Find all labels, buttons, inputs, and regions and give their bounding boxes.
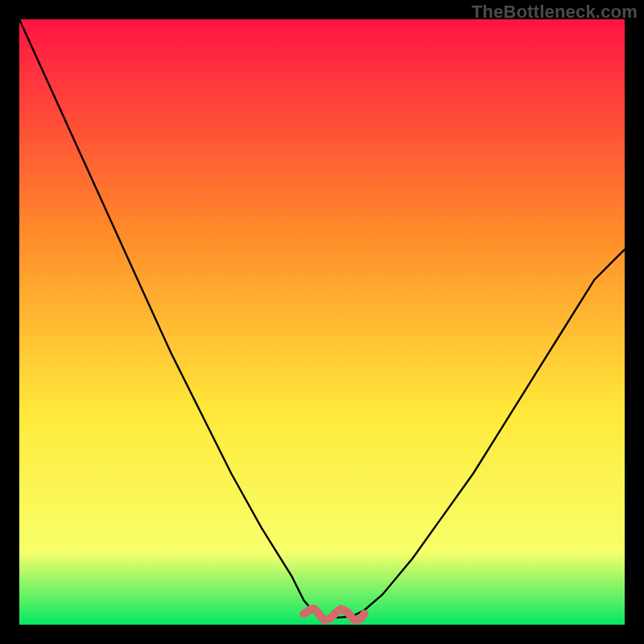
bottleneck-chart-svg bbox=[19, 19, 625, 625]
chart-area bbox=[19, 19, 625, 625]
watermark-label: TheBottleneck.com bbox=[472, 2, 638, 23]
gradient-background bbox=[19, 19, 625, 625]
outer-frame: TheBottleneck.com bbox=[0, 0, 644, 644]
